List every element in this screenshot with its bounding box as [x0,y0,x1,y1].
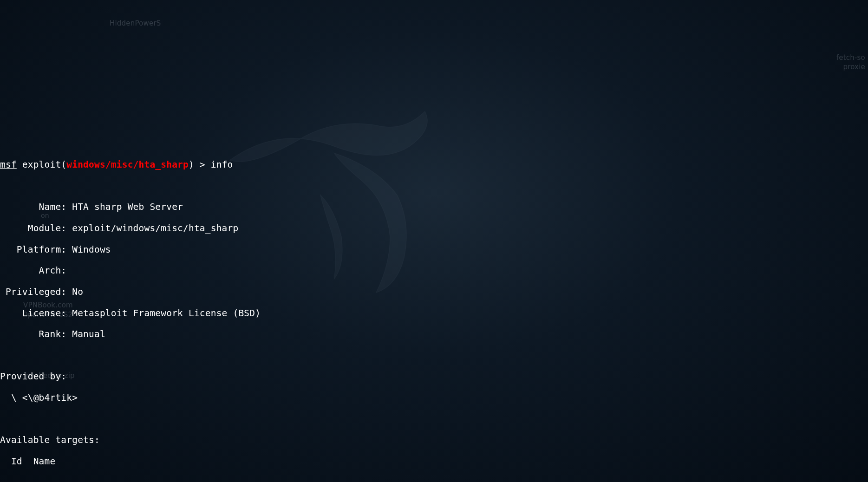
command-text: info [211,159,233,170]
rank-value: Manual [72,329,105,339]
info-platform-line: Platform: Windows [0,245,868,255]
prompt-line[interactable]: msf exploit(windows/misc/hta_sharp) > in… [0,160,868,170]
platform-value: Windows [72,244,111,255]
info-name-line: Name: HTA sharp Web Server [0,202,868,213]
module-label: Module: [0,223,72,234]
privileged-label: Privileged: [0,287,72,297]
license-label: License: [0,308,72,319]
targets-col-header: Id Name [0,456,868,467]
platform-label: Platform: [0,244,72,255]
license-value: Metasploit Framework License (BSD) [72,308,261,319]
bg-label-proxie: proxie [843,63,865,72]
module-path: windows/misc/hta_sharp [66,159,189,170]
targets-header: Available targets: [0,435,868,446]
name-label: Name: [0,202,72,212]
module-value: exploit/windows/misc/hta_sharp [72,223,238,234]
exploit-text: exploit( [17,159,66,170]
close-paren: ) > [189,159,211,170]
info-module-line: Module: exploit/windows/misc/hta_sharp [0,223,868,234]
provided-by-author: \ <\@b4rtik> [0,393,868,404]
blank-line [0,181,868,192]
rank-label: Rank: [0,329,72,339]
terminal-output[interactable]: msf exploit(windows/misc/hta_sharp) > in… [0,148,868,482]
bg-label-fetch: fetch-so [836,54,865,62]
bg-label-hiddenpowers: HiddenPowerS [110,20,161,28]
info-license-line: License: Metasploit Framework License (B… [0,308,868,319]
info-privileged-line: Privileged: No [0,287,868,298]
targets-col-divider: -- ---- [0,478,868,482]
name-value: HTA sharp Web Server [72,202,183,212]
blank-line [0,351,868,361]
privileged-value: No [72,287,83,297]
blank-line [0,414,868,425]
info-rank-line: Rank: Manual [0,329,868,340]
provided-by-header: Provided by: [0,371,868,382]
msf-prompt: msf [0,159,17,170]
info-arch-line: Arch: [0,266,868,276]
arch-label: Arch: [0,265,72,276]
